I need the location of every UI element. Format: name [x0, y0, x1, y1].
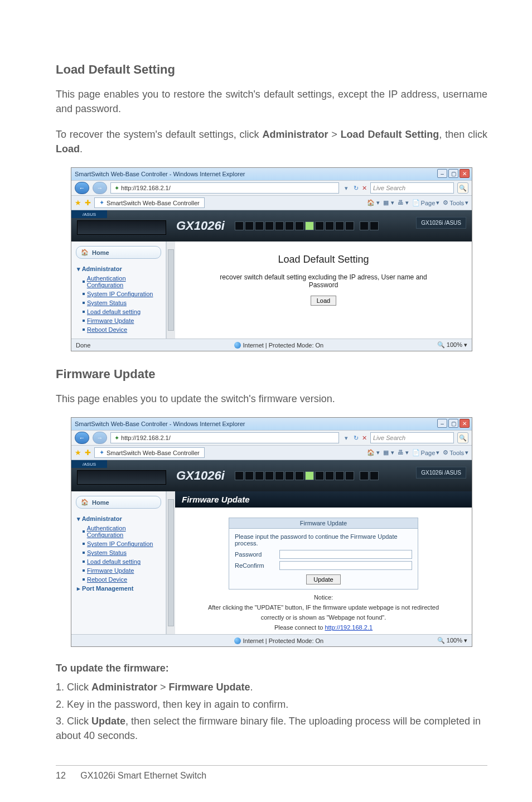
nav-system-status[interactable]: System Status	[71, 298, 166, 307]
left-nav: 🏠 Home ▾ Administrator Authentication Co…	[71, 491, 166, 634]
page-menu[interactable]: 📄 Page ▾	[412, 199, 440, 206]
nav-reboot-device[interactable]: Reboot Device	[71, 575, 166, 584]
status-zoom[interactable]: 🔍 100% ▾	[437, 341, 467, 349]
product-name: GX1026i Smart Ethernet Switch	[80, 771, 206, 780]
nav-system-status[interactable]: System Status	[71, 548, 166, 557]
left-nav: 🏠 Home ▾ Administrator Authentication Co…	[71, 241, 166, 339]
nav-load-default[interactable]: Load default setting	[71, 557, 166, 566]
favorites-bar: ★ ✚ ✦SmartSwitch Web-Base Controller 🏠 ▾…	[71, 446, 472, 460]
nav-administrator[interactable]: ▾ Administrator	[71, 514, 166, 524]
step-3: 3. Click Update, then select the firmwar…	[56, 714, 487, 743]
maximize-button[interactable]: ▢	[448, 419, 458, 428]
print-icon[interactable]: 🖶 ▾	[398, 449, 409, 456]
forward-button[interactable]: →	[93, 432, 107, 444]
close-button[interactable]: ✕	[460, 419, 470, 428]
url-input[interactable]: ✦ http://192.168.2.1/	[110, 182, 339, 194]
page-menu[interactable]: 📄 Page ▾	[412, 449, 440, 456]
browser-tab[interactable]: ✦SmartSwitch Web-Base Controller	[94, 447, 205, 458]
nav-load-default[interactable]: Load default setting	[71, 307, 166, 316]
nav-sysip-config[interactable]: System IP Configuration	[71, 539, 166, 548]
feed-icon[interactable]: ▦ ▾	[383, 449, 394, 456]
text: To recover the system's default settings…	[56, 129, 262, 140]
load-button[interactable]: Load	[311, 296, 336, 306]
favorites-icon[interactable]: ★	[75, 199, 81, 207]
content-text-2: Password	[181, 281, 466, 289]
page-footer: 12 GX1026i Smart Ethernet Switch	[56, 771, 206, 781]
status-bar: Done Internet | Protected Mode: On 🔍 100…	[71, 339, 472, 351]
main-pane: Firmware Update Firmware Update Please i…	[175, 491, 472, 634]
feed-icon[interactable]: ▦ ▾	[383, 199, 394, 206]
heading-load-default: Load Default Setting	[56, 62, 487, 77]
brand-box: GX1026i /ASUS	[416, 467, 466, 479]
bold-load-default: Load Default Setting	[341, 129, 439, 140]
content-title: Load Default Setting	[181, 254, 466, 265]
switch-photo	[77, 470, 166, 485]
search-input[interactable]: Live Search	[370, 432, 454, 443]
scrollbar[interactable]	[166, 491, 175, 634]
url-text: http://192.168.2.1/	[121, 185, 171, 191]
nav-firmware-update[interactable]: Firmware Update	[71, 316, 166, 325]
minimize-button[interactable]: –	[437, 169, 447, 178]
print-icon[interactable]: 🖶 ▾	[398, 199, 409, 206]
window-title: SmartSwitch Web-Base Controller - Window…	[75, 171, 245, 177]
scrollbar[interactable]	[166, 241, 175, 339]
search-icon[interactable]: 🔍	[457, 432, 468, 443]
favorites-bar: ★ ✚ ✦SmartSwitch Web-Base Controller 🏠 ▾…	[71, 196, 472, 210]
notice-line-3: Please connect to http://192.168.2.1	[175, 624, 472, 631]
close-button[interactable]: ✕	[460, 169, 470, 178]
url-dropdown-icon[interactable]: ▾	[342, 185, 350, 192]
product-banner: /ASUS GX1026i GX1026i /ASUS	[71, 210, 472, 241]
para-load-default-1: This page enables you to restore the swi…	[56, 87, 487, 116]
nav-sysip-config[interactable]: System IP Configuration	[71, 289, 166, 298]
nav-firmware-update[interactable]: Firmware Update	[71, 566, 166, 575]
tab-title: SmartSwitch Web-Base Controller	[107, 200, 200, 206]
favorites-icon[interactable]: ★	[75, 448, 81, 457]
maximize-button[interactable]: ▢	[448, 169, 458, 178]
url-input[interactable]: ✦ http://192.168.2.1/	[110, 432, 339, 443]
status-zoom[interactable]: 🔍 100% ▾	[437, 637, 467, 644]
refresh-icon[interactable]: ↻	[354, 434, 359, 442]
back-button[interactable]: ←	[75, 182, 89, 194]
brand-box: GX1026i /ASUS	[416, 217, 466, 229]
add-favorite-icon[interactable]: ✚	[85, 448, 91, 457]
password-input[interactable]	[279, 550, 412, 559]
notice-link[interactable]: http://192.168.2.1	[325, 624, 373, 631]
minimize-button[interactable]: –	[437, 419, 447, 428]
switch-photo	[77, 220, 166, 235]
step-1: 1. Click Administrator > Firmware Update…	[56, 680, 487, 694]
back-button[interactable]: ←	[75, 432, 89, 444]
add-favorite-icon[interactable]: ✚	[85, 199, 91, 207]
nav-home[interactable]: 🏠 Home	[76, 496, 161, 509]
globe-icon	[234, 637, 241, 644]
stop-icon[interactable]: ✕	[362, 434, 367, 442]
heading-firmware-update: Firmware Update	[56, 367, 487, 381]
window-titlebar: SmartSwitch Web-Base Controller - Window…	[71, 168, 472, 180]
forward-button[interactable]: →	[93, 182, 107, 194]
url-dropdown-icon[interactable]: ▾	[342, 434, 350, 442]
status-mode: Internet | Protected Mode: On	[243, 342, 324, 349]
stop-icon[interactable]: ✕	[362, 185, 367, 192]
asus-badge: /ASUS	[71, 460, 107, 468]
search-icon[interactable]: 🔍	[457, 182, 468, 194]
tools-menu[interactable]: ⚙ Tools ▾	[443, 449, 468, 456]
reconfirm-input[interactable]	[279, 561, 412, 570]
url-text: http://192.168.2.1/	[121, 434, 171, 441]
tools-menu[interactable]: ⚙ Tools ▾	[443, 199, 468, 206]
home-icon[interactable]: 🏠 ▾	[367, 449, 380, 456]
search-input[interactable]: Live Search	[370, 182, 454, 194]
notice-line-1: After clicking the "UPDATE" button, IF t…	[175, 604, 472, 611]
nav-auth-config[interactable]: Authentication Configuration	[71, 274, 166, 289]
home-icon[interactable]: 🏠 ▾	[367, 199, 380, 206]
tab-title: SmartSwitch Web-Base Controller	[107, 450, 200, 456]
nav-administrator[interactable]: ▾ Administrator	[71, 264, 166, 274]
text: , then click	[439, 129, 487, 140]
browser-tab[interactable]: ✦SmartSwitch Web-Base Controller	[94, 197, 205, 208]
window-title: SmartSwitch Web-Base Controller - Window…	[75, 421, 245, 427]
nav-port-management[interactable]: ▸ Port Management	[71, 584, 166, 593]
nav-home[interactable]: 🏠 Home	[76, 246, 161, 259]
refresh-icon[interactable]: ↻	[354, 185, 359, 192]
screenshot-load-default: SmartSwitch Web-Base Controller - Window…	[71, 167, 472, 351]
nav-auth-config[interactable]: Authentication Configuration	[71, 524, 166, 539]
nav-reboot-device[interactable]: Reboot Device	[71, 325, 166, 334]
update-button[interactable]: Update	[306, 574, 340, 584]
